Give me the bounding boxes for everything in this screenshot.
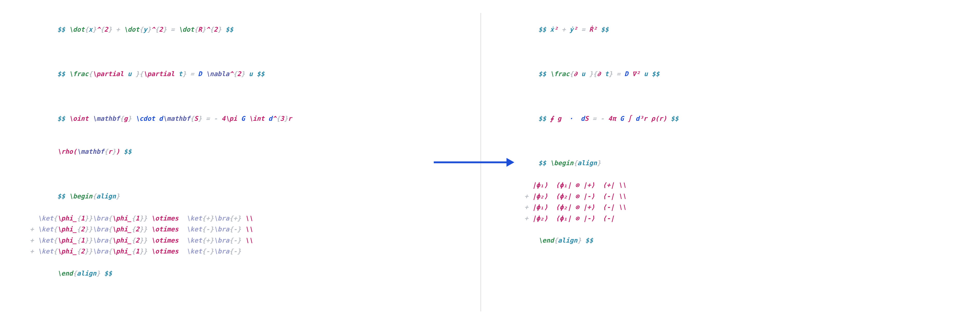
ket-symbol: |ϕ₁⟩	[532, 203, 548, 211]
align-row: \ket{\phi_{1}}\bra{\phi_{1}} \otimes \ke…	[26, 213, 455, 224]
brace: }	[85, 248, 89, 255]
latex-command: \ket	[182, 237, 202, 244]
brace: }	[143, 248, 147, 255]
brace: }	[85, 214, 89, 222]
latex-command: \bra	[214, 237, 229, 244]
brace: }	[112, 148, 116, 155]
sign: -	[233, 237, 237, 244]
underscore: _	[73, 225, 77, 233]
space	[595, 203, 603, 211]
caret: ^	[151, 26, 155, 33]
equation-3: $$ ∮ g · dS = - 4π G ∫ d³r ρ(r) $$	[507, 102, 954, 135]
brace: {	[53, 237, 57, 244]
latex-command: \partial	[92, 70, 124, 78]
env-name: align	[96, 192, 116, 200]
variable: u	[124, 70, 135, 78]
math-delimiter: $$	[120, 148, 131, 155]
linebreak: \\	[614, 181, 626, 189]
equation-1: $$ ẋ² + ẏ² = Ṙ² $$	[507, 13, 954, 46]
brace: {	[53, 214, 57, 222]
brace: }	[108, 26, 112, 33]
brace: }	[140, 237, 143, 244]
brace: {	[229, 225, 233, 233]
latex-command: \bra	[214, 225, 229, 233]
variable: ẏ	[570, 26, 574, 33]
underscore: _	[73, 214, 77, 222]
variable: ẋ	[550, 26, 554, 33]
brace: }	[140, 214, 143, 222]
env-name: align	[558, 237, 578, 244]
underscore: _	[127, 214, 131, 222]
latex-command: \frac	[69, 70, 89, 78]
align-row: + |ϕ₂⟩ ⟨ϕ₁| ⊗ |-⟩ ⟨-|	[507, 213, 954, 224]
brace: }	[284, 115, 288, 122]
brace: {	[77, 214, 81, 222]
brace: {	[100, 26, 104, 33]
space	[548, 181, 555, 189]
variable: y	[143, 26, 147, 33]
space	[571, 181, 575, 189]
math-delimiter: $$	[257, 70, 264, 78]
code-line: $$ \dot{x}^{2} + \dot{y}^{2} = \dot{R}^{…	[26, 13, 455, 46]
latex-command: \ket	[182, 225, 202, 233]
space	[571, 192, 575, 200]
brace: }	[589, 70, 593, 78]
number: 3	[280, 115, 284, 122]
caret: ^	[272, 115, 276, 122]
sign: -	[233, 225, 237, 233]
space	[548, 214, 555, 222]
bra-symbol: ⟨-|	[603, 192, 614, 200]
align-row: + |ϕ₂⟩ ⟨ϕ₂| ⊗ |-⟩ ⟨-| \\	[507, 191, 954, 202]
operator: = -	[202, 115, 221, 122]
prefix: +	[520, 192, 532, 200]
brace: }	[89, 248, 92, 255]
align-row: + |ϕ₁⟩ ⟨ϕ₂| ⊗ |+⟩ ⟨-| \\	[507, 202, 954, 213]
brace: }	[241, 70, 245, 78]
nabla-symbol: ∇	[632, 70, 636, 78]
brace: }	[202, 26, 206, 33]
math-delimiter: $$	[581, 237, 593, 244]
latex-command: \otimes	[147, 237, 182, 244]
bra-symbol: ⟨-|	[603, 203, 614, 211]
latex-command: \end	[57, 270, 73, 277]
source-latex-panel: $$ \dot{x}^{2} + \dot{y}^{2} = \dot{R}^{…	[0, 13, 480, 311]
paren: )	[116, 148, 120, 155]
variable: g	[554, 115, 565, 122]
code-line: $$ ẋ² + ẏ² = Ṙ² $$	[507, 13, 954, 46]
latex-command: \bra	[92, 248, 108, 255]
brace: {	[53, 225, 57, 233]
operator: =	[578, 26, 589, 33]
variable: d	[268, 115, 272, 122]
math-delimiter: $$	[221, 26, 233, 33]
brace: }	[140, 248, 143, 255]
number: 2	[159, 26, 163, 33]
latex-command: \otimes	[147, 214, 182, 222]
prefix: +	[26, 248, 38, 255]
latex-command: \ket	[38, 248, 53, 255]
number: 2	[237, 70, 241, 78]
operator: = -	[589, 115, 608, 122]
underscore: _	[127, 248, 131, 255]
latex-command: \bra	[214, 248, 229, 255]
underscore: _	[127, 225, 131, 233]
brace: }	[85, 225, 89, 233]
brace: {	[77, 225, 81, 233]
latex-command: \otimes	[147, 225, 182, 233]
math-delimiter: $$	[57, 70, 69, 78]
concealed-output-panel: $$ ẋ² + ẏ² = Ṙ² $$ $$ \frac{∂ u }{∂ t} =…	[481, 13, 980, 311]
variable: d	[636, 115, 640, 122]
paren: (	[73, 148, 77, 155]
ket-symbol: |+⟩	[583, 203, 595, 211]
latex-command: \dot	[124, 26, 139, 33]
brace: {	[229, 248, 233, 255]
latex-command: \mathbf	[163, 115, 190, 122]
brace: }	[210, 248, 214, 255]
latex-command: \dot	[69, 26, 85, 33]
brace: }	[89, 214, 92, 222]
space	[571, 203, 575, 211]
brace: {	[229, 237, 233, 244]
latex-command: \int	[249, 115, 268, 122]
ket-symbol: |+⟩	[583, 181, 595, 189]
brace: }	[163, 26, 167, 33]
brace: }	[147, 26, 151, 33]
